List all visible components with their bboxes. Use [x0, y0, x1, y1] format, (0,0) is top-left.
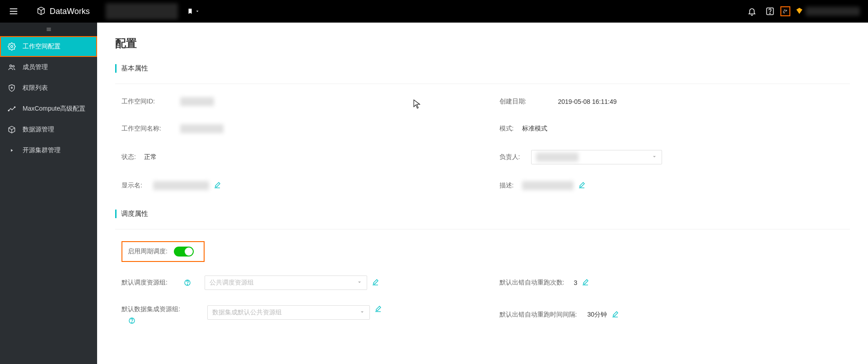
field-default-di-res: 默认数据集成资源组: 数据集成默认公共资源组: [121, 305, 472, 324]
sidebar-item-datasource-mgmt[interactable]: 数据源管理: [0, 119, 97, 140]
menu-toggle[interactable]: [0, 0, 27, 23]
bookmark-icon: [187, 8, 193, 14]
breadcrumb: [106, 3, 200, 19]
sidebar-item-label: 权限列表: [23, 84, 48, 92]
chevron-down-icon: [357, 279, 362, 286]
mode-value: 标准模式: [522, 125, 547, 133]
section-basic: 基本属性 工作空间ID: xxxxx 创建日期: 2019-05-08 16:1…: [115, 64, 850, 191]
edit-sched-res-button[interactable]: [372, 279, 379, 287]
svg-point-4: [770, 13, 770, 14]
field-label: 描述:: [499, 182, 522, 190]
owner-select[interactable]: xx: [531, 150, 662, 164]
brand-name: DataWorks: [50, 7, 90, 16]
topbar-actions: [747, 6, 868, 16]
notifications-icon[interactable]: [747, 6, 757, 16]
divider: [115, 229, 850, 229]
field-create-time: 创建日期: 2019-05-08 16:11:49: [499, 96, 850, 107]
svg-point-11: [13, 65, 14, 67]
sidebar: 工作空间配置 成员管理 权限列表 MaxCompute高级配置 数据源管理 开源…: [0, 23, 97, 364]
field-label: 默认出错自动重跑时间间隔:: [499, 311, 588, 319]
description-value: xx: [522, 181, 574, 190]
sidebar-item-permission-list[interactable]: 权限列表: [0, 78, 97, 98]
svg-point-10: [10, 65, 12, 67]
chevron-down-icon: [359, 309, 365, 316]
user-menu[interactable]: [796, 7, 860, 16]
help-icon[interactable]: [765, 6, 775, 16]
owner-value: xx: [536, 153, 579, 162]
status-value: 正常: [144, 153, 157, 161]
chevron-down-icon: [195, 9, 200, 14]
hamburger-icon: [9, 6, 19, 16]
divider: [115, 84, 850, 84]
default-sched-res-select[interactable]: 公共调度资源组: [205, 275, 367, 290]
field-default-sched-res: 默认调度资源组: 公共调度资源组: [121, 275, 472, 290]
field-label: 负责人:: [499, 153, 531, 161]
retry-count-value: 3: [574, 279, 578, 286]
field-workspace-name: 工作空间名称: xxxxxxxx: [121, 123, 472, 135]
breadcrumb-segment: [106, 3, 178, 19]
sidebar-collapse-toggle[interactable]: [0, 23, 97, 36]
section-schedule: 调度属性 启用周期调度: 默认调度资源组: 公共调度资源组: [115, 210, 850, 324]
section-heading-schedule: 调度属性: [115, 210, 850, 218]
periodic-schedule-toggle[interactable]: [174, 247, 194, 257]
topbar: DataWorks: [0, 0, 868, 23]
cube-icon: [7, 126, 16, 134]
settings-icon[interactable]: [780, 6, 790, 16]
sidebar-item-workspace-config[interactable]: 工作空间配置: [0, 36, 97, 57]
main-content: 配置 基本属性 工作空间ID: xxxxx 创建日期: 2019-05-08 1…: [97, 23, 868, 364]
brand[interactable]: DataWorks: [27, 6, 99, 17]
edit-retry-interval-button[interactable]: [611, 311, 619, 319]
display-name-value: xx: [153, 181, 209, 190]
field-label: 显示名:: [121, 182, 153, 190]
field-label: 工作空间ID:: [121, 98, 180, 106]
field-label: 工作空间名称:: [121, 125, 180, 133]
sidebar-item-label: 成员管理: [23, 63, 48, 71]
brand-icon: [36, 6, 46, 17]
default-di-res-select[interactable]: 数据集成默认公共资源组: [207, 305, 370, 320]
sidebar-item-label: 开源集群管理: [23, 146, 61, 154]
field-label: 默认调度资源组:: [121, 279, 180, 287]
periodic-schedule-row: 启用周期调度:: [121, 241, 205, 262]
field-status: 状态: 正常: [121, 150, 472, 164]
sidebar-item-member-mgmt[interactable]: 成员管理: [0, 57, 97, 78]
vip-icon: [796, 7, 803, 16]
field-owner: 负责人: xx: [499, 150, 850, 164]
svg-point-16: [187, 284, 187, 285]
edit-description-button[interactable]: [578, 182, 585, 190]
edit-di-res-button[interactable]: [374, 305, 382, 314]
help-icon[interactable]: [184, 279, 191, 286]
svg-point-12: [11, 87, 13, 89]
field-retry-interval: 默认出错自动重跑时间间隔: 30分钟: [499, 305, 850, 324]
user-name: [806, 7, 860, 16]
collapse-icon: [45, 26, 52, 33]
sidebar-item-label: 数据源管理: [23, 126, 54, 134]
bookmark-dropdown[interactable]: [187, 8, 200, 14]
edit-display-name-button[interactable]: [214, 182, 221, 190]
field-description: 描述: xx: [499, 180, 850, 191]
select-placeholder: 数据集成默认公共资源组: [212, 308, 282, 317]
workspace-id-value: xxxxx: [180, 97, 214, 106]
select-placeholder: 公共调度资源组: [210, 279, 254, 287]
field-label: 默认数据集成资源组:: [121, 305, 194, 313]
field-label: 默认出错自动重跑次数:: [499, 279, 574, 287]
svg-point-14: [14, 107, 15, 107]
field-workspace-id: 工作空间ID: xxxxx: [121, 96, 472, 107]
svg-point-18: [131, 322, 132, 322]
gear-icon: [7, 42, 16, 51]
section-heading-basic: 基本属性: [115, 64, 850, 73]
retry-interval-value: 30分钟: [588, 311, 607, 319]
field-mode: 模式: 标准模式: [499, 123, 850, 135]
field-display-name: 显示名: xx: [121, 180, 472, 191]
shield-icon: [7, 84, 16, 92]
users-icon: [7, 63, 16, 71]
edit-retry-count-button[interactable]: [582, 279, 589, 287]
svg-point-9: [11, 46, 13, 48]
sidebar-item-mc-adv-config[interactable]: MaxCompute高级配置: [0, 98, 97, 119]
field-label: 状态:: [121, 153, 144, 161]
sidebar-item-oss-cluster-mgmt[interactable]: 开源集群管理: [0, 140, 97, 161]
help-icon[interactable]: [128, 317, 194, 324]
page-title: 配置: [115, 36, 850, 51]
field-label: 模式:: [499, 125, 522, 133]
sidebar-item-label: 工作空间配置: [23, 42, 61, 51]
svg-point-5: [786, 10, 787, 11]
